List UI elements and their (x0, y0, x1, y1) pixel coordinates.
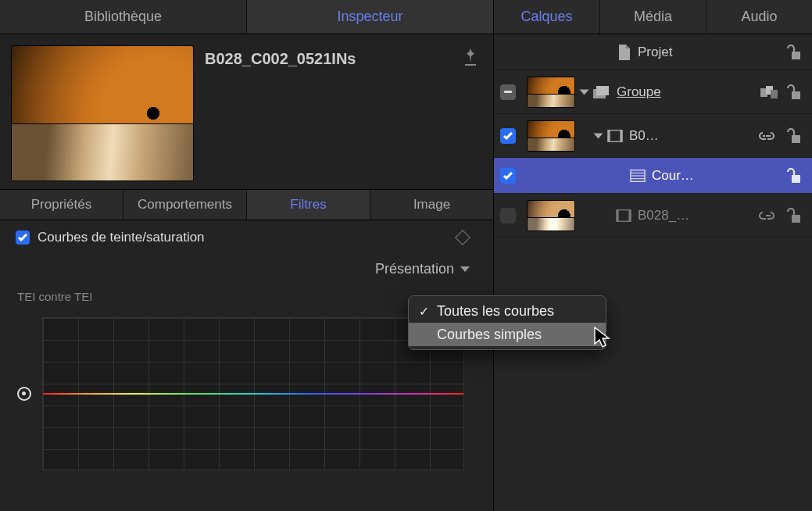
filmstrip-icon (607, 129, 623, 143)
svg-rect-7 (620, 130, 622, 141)
subtab-filters[interactable]: Filtres (247, 190, 370, 220)
hue-spectrum-line (43, 393, 463, 395)
svg-rect-1 (596, 86, 609, 95)
presentation-label: Présentation (375, 261, 454, 277)
clip-header: B028_C002_0521INs (0, 34, 493, 189)
disclosure-triangle-icon[interactable] (594, 133, 603, 138)
presentation-dropdown[interactable]: Présentation (0, 255, 493, 282)
link-icon[interactable] (759, 130, 778, 141)
filter-name-label: Courbes de teinte/saturation (38, 230, 457, 245)
layer-thumbnail (527, 77, 575, 108)
hue-curve-editor[interactable] (42, 317, 464, 470)
clip-title: B028_C002_0521INs (205, 45, 451, 68)
visibility-checkbox[interactable] (500, 128, 516, 144)
filter-filmstrip-icon (630, 169, 646, 183)
checkmark-icon: ✓ (417, 304, 431, 319)
layer-row-filter-selected[interactable]: Cour… (494, 158, 812, 194)
layer-label: B028_… (638, 208, 753, 223)
svg-rect-14 (628, 209, 631, 221)
document-icon (617, 45, 631, 60)
layer-label: B0… (629, 128, 753, 144)
chevron-down-icon (460, 266, 470, 272)
popup-option-all-curves[interactable]: ✓ Toutes les courbes (409, 299, 606, 323)
inspector-subtab-bar: Propriétés Comportements Filtres Image (0, 189, 493, 220)
popup-option-label: Courbes simples (437, 327, 542, 343)
pin-button[interactable] (462, 48, 479, 69)
tab-layers[interactable]: Calques (494, 0, 600, 34)
unlock-icon[interactable] (785, 45, 803, 60)
visibility-checkbox[interactable] (500, 208, 516, 223)
svg-rect-6 (608, 130, 610, 141)
tab-library[interactable]: Bibliothèque (0, 0, 247, 34)
unlock-icon[interactable] (785, 168, 803, 184)
link-icon[interactable] (759, 210, 778, 221)
layer-row-group[interactable]: Groupe (494, 70, 812, 114)
pass-through-icon[interactable] (760, 86, 778, 98)
svg-rect-4 (771, 90, 778, 98)
svg-rect-13 (617, 209, 619, 221)
popup-option-label: Toutes les courbes (437, 303, 554, 320)
layer-label: Groupe (617, 84, 754, 100)
layer-thumbnail (527, 120, 575, 152)
inspector-tab-bar: Bibliothèque Inspecteur (0, 0, 493, 34)
presentation-popup-menu: ✓ Toutes les courbes Courbes simples (408, 295, 606, 350)
subtab-properties[interactable]: Propriétés (0, 190, 123, 220)
unlock-icon[interactable] (785, 208, 803, 223)
layer-row-clip-disabled[interactable]: B028_… (494, 194, 812, 238)
subtab-behaviors[interactable]: Comportements (123, 190, 247, 220)
layer-label: Projet (638, 45, 779, 60)
layer-label: Cour… (652, 168, 779, 184)
popup-option-single-curves[interactable]: Courbes simples (409, 323, 606, 346)
cursor-icon (594, 327, 611, 348)
group-icon (593, 85, 610, 99)
keyframe-icon[interactable] (455, 230, 470, 245)
clip-thumbnail (11, 45, 194, 181)
tab-media[interactable]: Média (600, 0, 706, 34)
visibility-checkbox[interactable] (500, 168, 516, 184)
filter-header: Courbes de teinte/saturation (0, 220, 493, 255)
visibility-mixed-checkbox[interactable] (500, 84, 516, 100)
unlock-icon[interactable] (785, 84, 803, 100)
right-tab-bar: Calques Média Audio (494, 0, 812, 34)
subtab-image[interactable]: Image (370, 190, 493, 220)
layer-row-clip[interactable]: B0… (494, 114, 812, 158)
layer-thumbnail (527, 200, 575, 231)
layer-row-project[interactable]: Projet (494, 34, 812, 70)
filter-enable-checkbox[interactable] (16, 230, 30, 245)
filmstrip-icon (616, 209, 631, 223)
unlock-icon[interactable] (785, 128, 803, 144)
tab-audio[interactable]: Audio (706, 0, 812, 34)
curve-axis-label: TEI contre TEI (17, 290, 476, 303)
disclosure-triangle-icon[interactable] (580, 89, 589, 95)
eyedropper-button[interactable] (17, 387, 31, 401)
tab-inspector[interactable]: Inspecteur (247, 0, 493, 34)
